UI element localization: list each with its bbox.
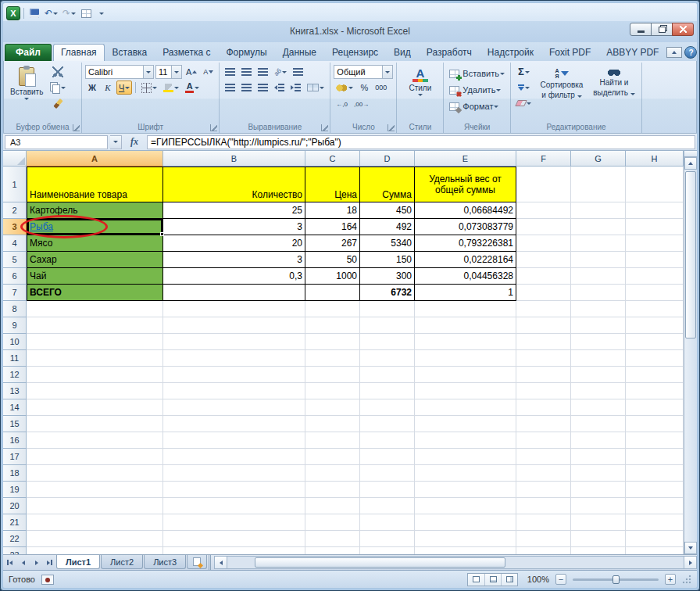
- ribbon-tab-Вид[interactable]: Вид: [386, 44, 419, 61]
- ribbon-tab-Данные[interactable]: Данные: [275, 44, 324, 61]
- align-left-button[interactable]: [223, 81, 238, 95]
- increase-indent-button[interactable]: [288, 81, 303, 95]
- cell-B22[interactable]: [163, 531, 305, 547]
- record-macro-button[interactable]: [41, 575, 54, 585]
- cell-H19[interactable]: [626, 482, 684, 498]
- cell-B16[interactable]: [163, 432, 305, 449]
- row-header-9[interactable]: 9: [3, 317, 27, 334]
- cell-B18[interactable]: [163, 465, 305, 482]
- zoom-slider[interactable]: [573, 578, 659, 581]
- cell-D8[interactable]: [360, 301, 415, 317]
- number-format-combo[interactable]: Общий: [334, 65, 393, 79]
- cell-H6[interactable]: [626, 268, 684, 285]
- cell-G6[interactable]: [571, 268, 626, 285]
- ribbon-tab-Foxit PDF[interactable]: Foxit PDF: [541, 44, 598, 61]
- cell-F6[interactable]: [516, 268, 571, 285]
- row-header-4[interactable]: 4: [3, 235, 27, 252]
- ribbon-tab-Надстройк[interactable]: Надстройк: [480, 44, 541, 61]
- cell-D3[interactable]: 492: [360, 219, 415, 235]
- ribbon-tab-file[interactable]: Файл: [5, 44, 52, 61]
- decrease-indent-button[interactable]: [272, 81, 287, 95]
- autosum-button[interactable]: Σ: [514, 65, 534, 79]
- cell-H17[interactable]: [626, 449, 684, 465]
- cell-B20[interactable]: [163, 498, 305, 514]
- row-header-8[interactable]: 8: [3, 301, 27, 317]
- cell-A6[interactable]: Чай: [27, 268, 163, 285]
- next-sheet-button[interactable]: [30, 555, 43, 570]
- ribbon-tab-Формулы[interactable]: Формулы: [218, 44, 274, 61]
- row-header-7[interactable]: 7: [3, 285, 27, 301]
- column-header-G[interactable]: G: [571, 151, 626, 167]
- row-header-11[interactable]: 11: [3, 350, 27, 367]
- font-name-combo[interactable]: Calibri: [85, 65, 154, 79]
- cell-E6[interactable]: 0,04456328: [415, 268, 516, 285]
- cell-F17[interactable]: [516, 449, 571, 465]
- cell-D16[interactable]: [360, 432, 415, 449]
- cell-B23[interactable]: [163, 547, 305, 554]
- cell-E9[interactable]: [415, 317, 516, 334]
- cell-C19[interactable]: [305, 482, 360, 498]
- cell-G11[interactable]: [571, 350, 626, 367]
- cell-B13[interactable]: [163, 383, 305, 399]
- sheet-tab-Лист3[interactable]: Лист3: [144, 555, 186, 569]
- row-header-2[interactable]: 2: [3, 202, 27, 219]
- cell-A16[interactable]: [27, 432, 163, 449]
- cell-D12[interactable]: [360, 367, 415, 383]
- cell-B11[interactable]: [163, 350, 305, 367]
- sheet-tab-Лист2[interactable]: Лист2: [101, 555, 143, 569]
- cell-E20[interactable]: [415, 498, 516, 514]
- column-header-B[interactable]: B: [163, 151, 305, 167]
- cell-D23[interactable]: [360, 547, 415, 554]
- cell-E16[interactable]: [415, 432, 516, 449]
- cell-E13[interactable]: [415, 383, 516, 399]
- bold-button[interactable]: Ж: [85, 81, 99, 95]
- cell-G21[interactable]: [571, 514, 626, 531]
- format-painter-button[interactable]: [48, 96, 68, 110]
- cell-H23[interactable]: [626, 547, 684, 554]
- cell-C3[interactable]: 164: [305, 219, 360, 235]
- cell-B9[interactable]: [163, 317, 305, 334]
- cell-B12[interactable]: [163, 367, 305, 383]
- page-layout-view-button[interactable]: [484, 574, 501, 586]
- number-format-dropdown[interactable]: [382, 66, 392, 78]
- cell-B5[interactable]: 3: [163, 252, 305, 268]
- column-header-C[interactable]: C: [305, 151, 360, 167]
- row-header-17[interactable]: 17: [3, 449, 27, 465]
- cell-F12[interactable]: [516, 367, 571, 383]
- cell-F14[interactable]: [516, 399, 571, 416]
- cell-D1[interactable]: Сумма: [360, 167, 415, 202]
- orientation-button[interactable]: аб: [272, 65, 289, 79]
- cell-E3[interactable]: 0,073083779: [415, 219, 516, 235]
- row-header-15[interactable]: 15: [3, 416, 27, 432]
- format-cells-button[interactable]: Формат: [447, 99, 507, 113]
- cell-F15[interactable]: [516, 416, 571, 432]
- cell-E22[interactable]: [415, 531, 516, 547]
- first-sheet-button[interactable]: [3, 555, 16, 570]
- cell-B19[interactable]: [163, 482, 305, 498]
- cell-G4[interactable]: [571, 235, 626, 252]
- cell-B6[interactable]: 0,3: [163, 268, 305, 285]
- cell-G15[interactable]: [571, 416, 626, 432]
- cell-E19[interactable]: [415, 482, 516, 498]
- styles-button[interactable]: А Стили: [405, 65, 434, 98]
- wrap-text-button[interactable]: [291, 65, 305, 79]
- font-color-button[interactable]: А: [183, 81, 202, 95]
- row-header-20[interactable]: 20: [3, 498, 27, 514]
- vertical-split-handle[interactable]: [684, 151, 697, 157]
- cell-G17[interactable]: [571, 449, 626, 465]
- cell-F3[interactable]: [516, 219, 571, 235]
- decrease-decimal-button[interactable]: [352, 96, 371, 110]
- row-header-19[interactable]: 19: [3, 482, 27, 498]
- cell-H11[interactable]: [626, 350, 684, 367]
- cell-E17[interactable]: [415, 449, 516, 465]
- cell-F7[interactable]: [516, 285, 571, 301]
- cell-E14[interactable]: [415, 399, 516, 416]
- horizontal-scroll-thumb[interactable]: [255, 557, 505, 568]
- cell-C22[interactable]: [305, 531, 360, 547]
- cell-H8[interactable]: [626, 301, 684, 317]
- borders-button[interactable]: [139, 81, 159, 95]
- cell-F2[interactable]: [516, 202, 571, 219]
- find-select-button[interactable]: Найти и выделить: [590, 65, 638, 99]
- undo-button[interactable]: ↶: [43, 6, 59, 20]
- cell-G20[interactable]: [571, 498, 626, 514]
